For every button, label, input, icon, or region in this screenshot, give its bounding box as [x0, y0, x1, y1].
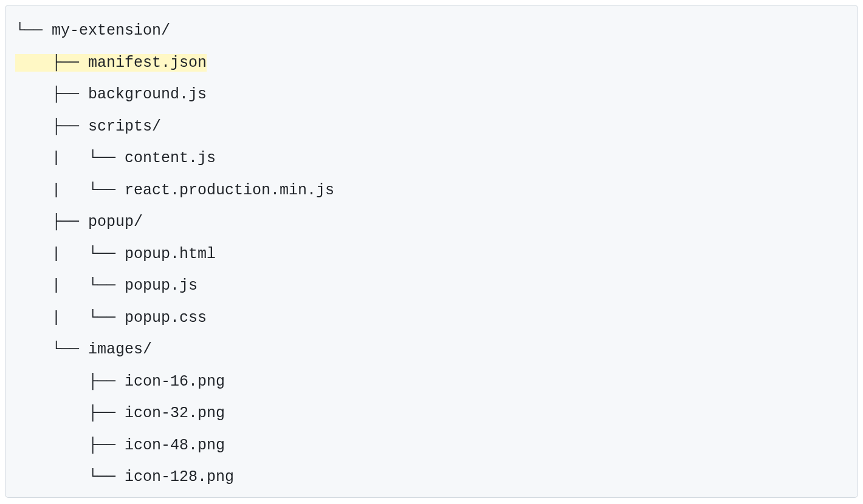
tree-line: ├── icon-48.png [15, 430, 848, 462]
tree-branch-glyph: ├── [15, 118, 88, 135]
tree-line: ├── manifest.json [15, 47, 848, 80]
tree-entry-name: react.production.min.js [125, 182, 334, 199]
tree-branch-glyph: | └── [15, 182, 125, 199]
tree-branch-glyph: └── [15, 468, 125, 486]
tree-entry-name: background.js [88, 86, 207, 103]
directory-tree-block: └── my-extension/ ├── manifest.json ├── … [5, 5, 858, 498]
tree-branch-glyph: | └── [15, 245, 125, 263]
tree-entry-name: popup/ [88, 213, 143, 231]
tree-entry-name: scripts/ [88, 118, 161, 135]
tree-line: ├── popup/ [15, 206, 848, 239]
tree-entry-name: icon-128.png [125, 468, 234, 486]
tree-branch-glyph: └── [15, 22, 52, 39]
tree-branch-glyph: | └── [15, 309, 125, 327]
tree-entry-name: icon-32.png [125, 404, 225, 422]
tree-branch-glyph: ├── [15, 404, 125, 422]
directory-tree: └── my-extension/ ├── manifest.json ├── … [15, 15, 848, 494]
tree-branch-glyph: └── [15, 341, 88, 358]
tree-branch-glyph: | └── [15, 277, 125, 295]
tree-entry-name: popup.css [125, 309, 207, 327]
tree-entry-name: popup.html [125, 245, 216, 263]
tree-entry-name: images/ [88, 341, 152, 358]
tree-branch-glyph: ├── [15, 86, 88, 103]
tree-line: ├── scripts/ [15, 111, 848, 143]
tree-line: └── icon-128.png [15, 461, 848, 494]
tree-entry-name: icon-16.png [125, 373, 225, 390]
tree-entry-name: icon-48.png [125, 437, 225, 454]
tree-line: | └── popup.html [15, 239, 848, 271]
tree-branch-glyph: ├── [15, 437, 125, 454]
tree-line: └── my-extension/ [15, 15, 848, 47]
tree-entry-name: my-extension/ [52, 22, 170, 39]
tree-entry-name: popup.js [125, 277, 198, 295]
tree-line: └── images/ [15, 334, 848, 366]
tree-line: | └── popup.css [15, 302, 848, 335]
tree-line: ├── background.js [15, 79, 848, 111]
tree-line: ├── icon-32.png [15, 398, 848, 430]
tree-entry-name: manifest.json [88, 54, 207, 72]
tree-line: | └── popup.js [15, 270, 848, 302]
tree-line: ├── icon-16.png [15, 366, 848, 398]
tree-entry-name: content.js [125, 149, 216, 167]
tree-highlight: ├── manifest.json [15, 54, 207, 72]
tree-branch-glyph: ├── [15, 54, 88, 72]
tree-line: | └── react.production.min.js [15, 175, 848, 207]
tree-branch-glyph: ├── [15, 373, 125, 390]
tree-branch-glyph: | └── [15, 149, 125, 167]
tree-line: | └── content.js [15, 143, 848, 175]
tree-branch-glyph: ├── [15, 213, 88, 231]
